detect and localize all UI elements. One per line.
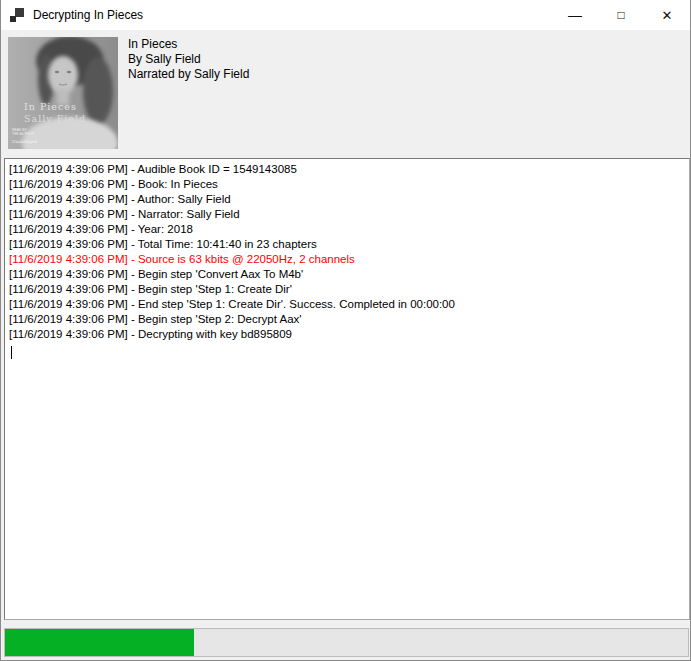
log-line: [11/6/2019 4:39:06 PM] - Begin step 'Ste…	[9, 312, 685, 327]
log-line: [11/6/2019 4:39:06 PM] - Audible Book ID…	[9, 162, 685, 177]
log-line: [11/6/2019 4:39:06 PM] - Begin step 'Ste…	[9, 282, 685, 297]
log-line: [11/6/2019 4:39:06 PM] - Year: 2018	[9, 222, 685, 237]
text-caret	[11, 346, 12, 359]
cover-title-text: In Pieces	[24, 101, 77, 112]
cover-readby-line2: THE AUTHOR	[12, 132, 34, 136]
app-icon	[10, 8, 24, 22]
book-info: In Pieces By Sally Field Narrated by Sal…	[128, 37, 249, 82]
book-author: By Sally Field	[128, 52, 249, 67]
title-bar: Decrypting In Pieces — □ ✕	[1, 0, 690, 30]
log-line: [11/6/2019 4:39:06 PM] - Narrator: Sally…	[9, 207, 685, 222]
close-icon[interactable]: ✕	[644, 0, 690, 30]
log-line: [11/6/2019 4:39:06 PM] - End step 'Step …	[9, 297, 685, 312]
log-line: [11/6/2019 4:39:06 PM] - Decrypting with…	[9, 327, 685, 342]
log-line: [11/6/2019 4:39:06 PM] - Book: In Pieces	[9, 177, 685, 192]
log-line: [11/6/2019 4:39:06 PM] - Total Time: 10:…	[9, 237, 685, 252]
log-line: [11/6/2019 4:39:06 PM] - Source is 63 kb…	[9, 252, 685, 267]
log-textbox[interactable]: [11/6/2019 4:39:06 PM] - Audible Book ID…	[4, 158, 690, 620]
book-narrator: Narrated by Sally Field	[128, 67, 249, 82]
window-title: Decrypting In Pieces	[33, 8, 143, 22]
window-controls: — □ ✕	[552, 0, 690, 30]
minimize-icon[interactable]: —	[552, 0, 598, 30]
cover-edition-text: Unabridged	[12, 139, 38, 144]
book-title: In Pieces	[128, 37, 249, 52]
progress-bar	[4, 628, 689, 657]
log-line: [11/6/2019 4:39:06 PM] - Author: Sally F…	[9, 192, 685, 207]
portrait-illustration: In Pieces Sally Field READ BY THE AUTHOR…	[8, 37, 118, 149]
book-cover-image: In Pieces Sally Field READ BY THE AUTHOR…	[8, 37, 118, 149]
maximize-icon[interactable]: □	[598, 0, 644, 30]
cover-author-text: Sally Field	[24, 113, 86, 124]
log-line: [11/6/2019 4:39:06 PM] - Begin step 'Con…	[9, 267, 685, 282]
app-window: Decrypting In Pieces — □ ✕	[0, 0, 691, 661]
progress-fill	[5, 629, 194, 656]
